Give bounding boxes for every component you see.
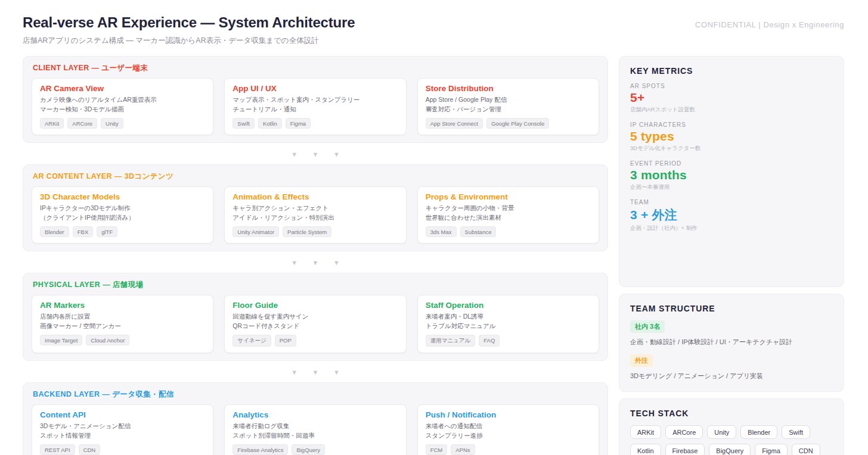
card-tags: 運用マニュアル FAQ [426, 335, 591, 347]
tech-pill: ARKit [630, 425, 661, 439]
metric-ar-spots: AR SPOTS 5+ 店舗内ARスポット設置数 [630, 83, 833, 114]
tag: Kotlin [258, 118, 282, 129]
card-description-line: IPキャラクターの3Dモデル制作 [40, 204, 205, 213]
layer-physical-title: PHYSICAL LAYER — 店舗現場 [33, 280, 599, 290]
tag: Firebase Analytics [232, 444, 288, 455]
down-arrow-icon: ▼ [312, 369, 319, 376]
card-description-line: QRコード付きスタンド [232, 322, 398, 331]
tech-pill: Figma [755, 444, 788, 455]
team-group-external: 外注 3Dモデリング / アニメーション / アプリ実装 [630, 354, 833, 381]
card-3d-character-models: 3D Character Models IPキャラクターの3Dモデル制作 （クラ… [32, 186, 213, 244]
team-group-text: 企画・動線設計 / IP体験設計 / UI・アーキテクチャ設計 [630, 338, 833, 347]
card-title: App UI / UX [232, 84, 398, 93]
tag: Image Target [40, 335, 82, 345]
tech-pill: Swift [782, 425, 810, 439]
key-metrics-panel: KEY METRICS AR SPOTS 5+ 店舗内ARスポット設置数 IP … [619, 56, 844, 287]
card-description-line: マップ表示・スポット案内・スタンプラリー [232, 95, 398, 105]
tag: FAQ [479, 335, 500, 347]
metric-label: IP CHARACTERS [630, 121, 833, 128]
card-title: Staff Operation [426, 301, 591, 310]
key-metrics-title: KEY METRICS [630, 66, 833, 76]
tag: FCM [426, 444, 448, 455]
metric-label: AR SPOTS [630, 83, 833, 89]
layer-client-cards: AR Camera View カメラ映像へのリアルタイムAR重畳表示 マーカー検… [32, 78, 599, 135]
card-ar-camera-view: AR Camera View カメラ映像へのリアルタイムAR重畳表示 マーカー検… [32, 78, 213, 135]
down-arrow-icon: ▼ [333, 151, 340, 158]
card-tags: Unity Animator Particle System [232, 226, 398, 237]
down-arrow-icon: ▼ [333, 369, 340, 376]
card-store-distribution: Store Distribution App Store / Google Pl… [417, 78, 599, 135]
tech-pill: BigQuery [709, 444, 751, 455]
card-tags: Firebase Analytics BigQuery [232, 444, 398, 455]
metric-event-period: EVENT PERIOD 3 months 企画〜本番運用 [630, 160, 833, 191]
tag: Unity Animator [232, 226, 279, 237]
down-arrow-icon: ▼ [291, 151, 297, 158]
tag: Particle System [283, 226, 331, 237]
team-structure-title: TEAM STRUCTURE [630, 304, 833, 313]
layer-backend: BACKEND LAYER — データ収集・配信 Content API 3Dモ… [23, 382, 608, 455]
team-group-internal: 社内 3名 企画・動線設計 / IP体験設計 / UI・アーキテクチャ設計 [630, 320, 833, 347]
layer-ar-content-title: AR CONTENT LAYER — 3Dコンテンツ [33, 172, 599, 182]
confidential-label: CONFIDENTIAL | Design x Engineering [695, 14, 844, 29]
tag: APNs [451, 444, 475, 455]
tag: POP [275, 335, 296, 347]
down-arrow-icon: ▼ [333, 259, 340, 266]
layer-client: CLIENT LAYER — ユーザー端末 AR Camera View カメラ… [23, 56, 608, 143]
card-tags: REST API CDN [40, 444, 205, 455]
card-title: Floor Guide [232, 301, 398, 310]
card-analytics: Analytics 来場者行動ログ収集 スポット別滞留時間・回遊率 Fireba… [224, 404, 406, 455]
card-description-line: 審査対応・バージョン管理 [426, 105, 591, 114]
card-tags: Swift Kotlin Figma [232, 118, 398, 129]
tech-pill: ARCore [665, 425, 703, 439]
card-title: 3D Character Models [40, 192, 205, 201]
layer-ar-content: AR CONTENT LAYER — 3Dコンテンツ 3D Character … [23, 164, 608, 251]
card-title: Store Distribution [426, 84, 591, 93]
card-description-line: マーカー検知・3Dモデル描画 [40, 105, 205, 114]
card-tags: FCM APNs [426, 444, 591, 455]
card-push-notification: Push / Notification 来場者への通知配信 スタンプラリー進捗 … [417, 404, 599, 455]
card-title: Animation & Effects [232, 192, 398, 201]
architecture-layers: CLIENT LAYER — ユーザー端末 AR Camera View カメラ… [23, 56, 608, 455]
card-description-line: キャラ別アクション・エフェクト [232, 204, 398, 213]
metric-label: TEAM [630, 199, 833, 205]
card-title: Analytics [232, 410, 398, 419]
card-title: Push / Notification [426, 410, 591, 419]
card-description-line: キャラクター周囲の小物・背景 [426, 204, 591, 213]
down-arrow-icon: ▼ [312, 259, 319, 266]
layer-ar-content-cards: 3D Character Models IPキャラクターの3Dモデル制作 （クラ… [32, 186, 599, 244]
card-description-line: 世界観に合わせた演出素材 [426, 213, 591, 223]
tag: 運用マニュアル [426, 335, 476, 347]
card-description-line: App Store / Google Play 配信 [426, 95, 591, 105]
metric-ip-characters: IP CHARACTERS 5 types 3Dモデル化キャラクター数 [630, 121, 833, 152]
layer-backend-cards: Content API 3Dモデル・アニメーション配信 スポット情報管理 RES… [32, 404, 599, 455]
card-description-line: カメラ映像へのリアルタイムAR重畳表示 [40, 95, 205, 105]
metric-caption: 3Dモデル化キャラクター数 [630, 145, 833, 152]
card-tags: サイネージ POP [232, 335, 398, 347]
card-description-line: スポット情報管理 [40, 431, 205, 441]
card-tags: ARKit ARCore Unity [40, 118, 205, 129]
card-tags: Image Target Cloud Anchor [40, 335, 205, 345]
metric-value: 3 + 外注 [630, 207, 833, 223]
card-title: Content API [40, 410, 205, 419]
tag: Google Play Console [486, 118, 549, 129]
tag: Cloud Anchor [86, 335, 129, 345]
card-title: AR Camera View [40, 84, 205, 93]
external-badge: 外注 [630, 354, 653, 367]
metric-team: TEAM 3 + 外注 企画・設計（社内）+ 制作 [630, 199, 833, 232]
tag: App Store Connect [426, 118, 483, 129]
metric-value: 5+ [630, 91, 833, 105]
layer-client-title: CLIENT LAYER — ユーザー端末 [33, 63, 599, 73]
tag: Blender [40, 226, 69, 237]
card-description-line: 来場者行動ログ収集 [232, 422, 398, 431]
card-description-line: スポット別滞留時間・回遊率 [232, 431, 398, 441]
down-arrow-icon: ▼ [291, 259, 297, 266]
card-description-line: 画像マーカー / 空間アンカー [40, 322, 205, 331]
internal-badge: 社内 3名 [630, 320, 665, 333]
tag: CDN [79, 444, 101, 455]
tech-stack-pills: ARKit ARCore Unity Blender Swift Kotlin … [630, 425, 833, 455]
tag: Figma [286, 118, 311, 129]
metric-caption: 店舗内ARスポット設置数 [630, 106, 833, 114]
metric-caption: 企画・設計（社内）+ 制作 [630, 225, 833, 232]
layer-flow-arrows: ▼ ▼ ▼ [23, 361, 608, 382]
tech-pill: Blender [740, 425, 777, 439]
